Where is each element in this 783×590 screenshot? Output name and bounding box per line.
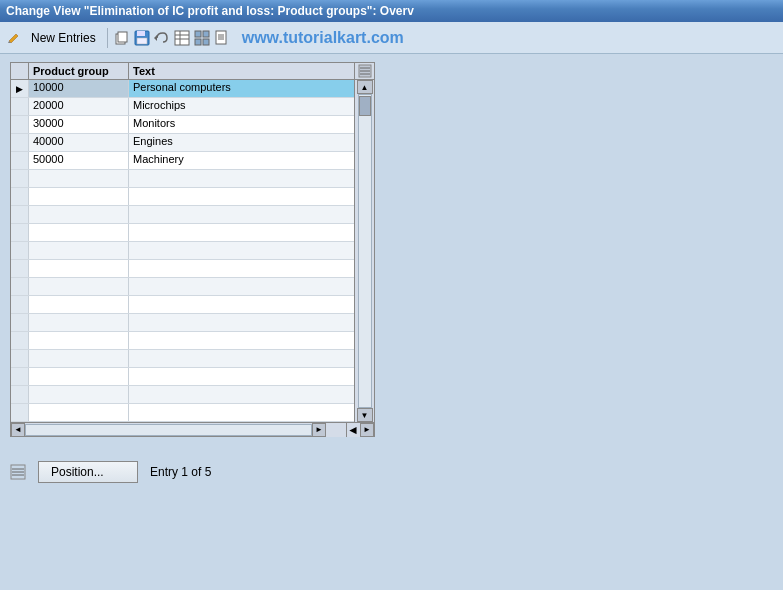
row-product-group: 40000: [29, 134, 129, 151]
toolbar: New Entries: [0, 22, 783, 54]
table-row: [11, 278, 354, 296]
rows-area: ▶ 10000 Personal computers 20000 Microch…: [11, 80, 354, 422]
svg-rect-10: [195, 31, 201, 37]
corner-right2: ◄: [346, 423, 360, 437]
table-row: [11, 242, 354, 260]
svg-marker-5: [154, 35, 157, 41]
svg-rect-6: [175, 31, 189, 45]
table-row: [11, 296, 354, 314]
undo-icon[interactable]: [154, 30, 170, 46]
table-row: [11, 404, 354, 422]
scroll-down-button[interactable]: ▼: [357, 408, 373, 422]
row-selector: [11, 98, 29, 115]
table-icon[interactable]: [174, 30, 190, 46]
separator1: [107, 28, 108, 48]
table-row: [11, 224, 354, 242]
new-entries-button[interactable]: New Entries: [26, 28, 101, 48]
edit-icon: [6, 30, 22, 46]
grid-icon[interactable]: [194, 30, 210, 46]
row-text: Personal computers: [129, 80, 354, 97]
table-row[interactable]: 50000 Machinery: [11, 152, 354, 170]
scroll-left-button[interactable]: ◄: [11, 423, 25, 437]
table-header: Product group Text: [11, 63, 374, 80]
vertical-scrollbar[interactable]: ▲ ▼: [354, 80, 374, 422]
row-selector: [11, 134, 29, 151]
table-row: [11, 386, 354, 404]
table-row[interactable]: ▶ 10000 Personal computers: [11, 80, 354, 98]
row-selector: ▶: [11, 80, 29, 97]
svg-rect-3: [137, 31, 145, 36]
row-text: Monitors: [129, 116, 354, 133]
table-row: [11, 314, 354, 332]
scroll-up-button[interactable]: ▲: [357, 80, 373, 94]
table-row: [11, 206, 354, 224]
header-product-group: Product group: [29, 63, 129, 79]
svg-rect-13: [203, 39, 209, 45]
row-product-group: 20000: [29, 98, 129, 115]
header-sort-icon[interactable]: [354, 63, 374, 79]
table-row[interactable]: 40000 Engines: [11, 134, 354, 152]
table-row: [11, 170, 354, 188]
entry-info: Entry 1 of 5: [150, 465, 211, 479]
table-body-container: ▶ 10000 Personal computers 20000 Microch…: [11, 80, 374, 422]
row-product-group: 30000: [29, 116, 129, 133]
main-content: Product group Text ▶ 10000 Personal comp: [0, 54, 783, 453]
hscroll-track: [25, 424, 312, 436]
scroll-track: [358, 94, 372, 408]
new-entries-label: New Entries: [31, 31, 96, 45]
row-text: Engines: [129, 134, 354, 151]
table-row: [11, 368, 354, 386]
table-row[interactable]: 30000 Monitors: [11, 116, 354, 134]
document-icon[interactable]: [214, 30, 230, 46]
bottom-bar: Position... Entry 1 of 5: [0, 453, 783, 491]
table-row: [11, 350, 354, 368]
table-row: [11, 260, 354, 278]
scroll-right-button[interactable]: ►: [312, 423, 326, 437]
row-selector: [11, 116, 29, 133]
position-button[interactable]: Position...: [38, 461, 138, 483]
copy-icon[interactable]: [114, 30, 130, 46]
svg-rect-4: [137, 38, 147, 44]
row-text: Machinery: [129, 152, 354, 169]
table-row: [11, 188, 354, 206]
watermark-text: www.tutorialkart.com: [242, 29, 404, 47]
svg-rect-12: [195, 39, 201, 45]
svg-rect-1: [118, 32, 127, 42]
table-row[interactable]: 20000 Microchips: [11, 98, 354, 116]
header-text: Text: [129, 63, 354, 79]
position-icon: [10, 464, 26, 480]
hscroll-corner: [326, 423, 346, 437]
title-text: Change View "Elimination of IC profit an…: [6, 4, 414, 18]
scroll-thumb[interactable]: [359, 96, 371, 116]
row-product-group: 10000: [29, 80, 129, 97]
table-container: Product group Text ▶ 10000 Personal comp: [10, 62, 375, 437]
save-icon[interactable]: [134, 30, 150, 46]
table-row: [11, 332, 354, 350]
header-selector: [11, 63, 29, 79]
scroll-right2-button[interactable]: ►: [360, 423, 374, 437]
position-label: Position...: [51, 465, 104, 479]
row-product-group: 50000: [29, 152, 129, 169]
row-selector: [11, 152, 29, 169]
svg-rect-11: [203, 31, 209, 37]
title-bar: Change View "Elimination of IC profit an…: [0, 0, 783, 22]
horizontal-scrollbar[interactable]: ◄ ► ◄ ►: [11, 422, 374, 436]
row-text: Microchips: [129, 98, 354, 115]
